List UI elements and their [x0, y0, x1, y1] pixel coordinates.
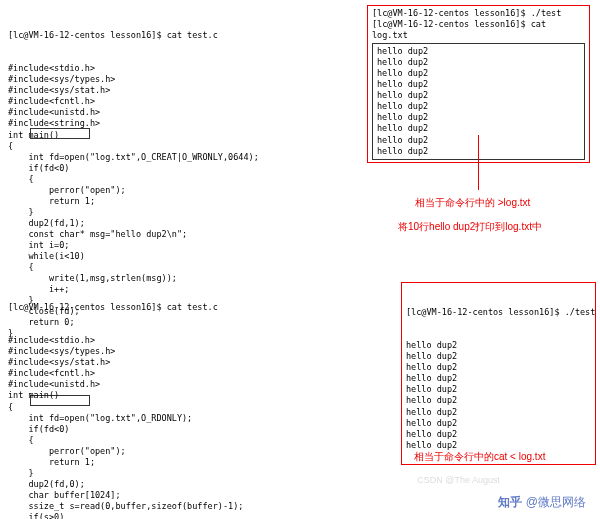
- terminal-cmd-cat: [lc@VM-16-12-centos lesson16]$ cat log.t…: [372, 19, 585, 41]
- terminal-prompt: [lc@VM-16-12-centos lesson16]$ cat test.…: [8, 30, 252, 41]
- annotation-print-10-lines: 将10行hello dup2打印到log.txt中: [398, 220, 542, 233]
- annotation-redirect-in: 相当于命令行中的cat < log.txt: [414, 450, 545, 463]
- zhihu-watermark: 知乎 @微思网络: [498, 495, 586, 511]
- csdn-watermark: CSDN @The August: [417, 475, 500, 487]
- terminal-cmd-run: [lc@VM-16-12-centos lesson16]$ ./test: [372, 8, 585, 19]
- connector-line: [478, 135, 479, 190]
- zhihu-user: @微思网络: [526, 495, 586, 509]
- output-box-2: [lc@VM-16-12-centos lesson16]$ ./test he…: [401, 282, 596, 465]
- terminal-cmd-run: [lc@VM-16-12-centos lesson16]$ ./test: [406, 307, 591, 318]
- zhihu-logo: 知乎: [498, 495, 522, 509]
- code-block-2: [lc@VM-16-12-centos lesson16]$ cat test.…: [0, 276, 260, 519]
- output-lines: hello dup2 hello dup2 hello dup2 hello d…: [406, 340, 591, 450]
- terminal-prompt: [lc@VM-16-12-centos lesson16]$ cat test.…: [8, 302, 252, 313]
- code-lines: #include<stdio.h> #include<sys/types.h> …: [8, 335, 252, 519]
- annotation-redirect-out: 相当于命令行中的 >log.txt: [415, 196, 530, 209]
- highlight-dup2-write: [30, 128, 90, 139]
